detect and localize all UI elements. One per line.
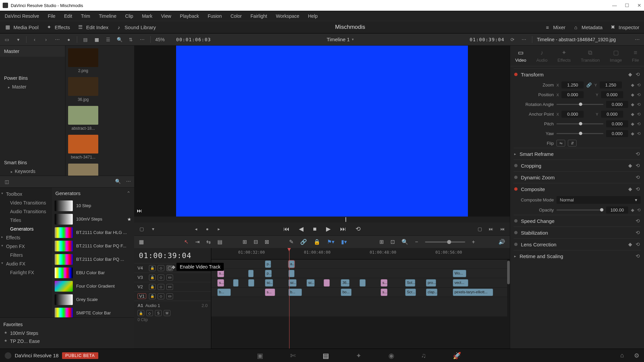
fx-tree-node[interactable]: Video Transitions bbox=[0, 198, 52, 207]
marker-tool[interactable]: ✎ bbox=[289, 239, 293, 245]
menu-help[interactable]: Help bbox=[308, 13, 318, 19]
viewer-scrubber[interactable] bbox=[134, 217, 510, 223]
record-icon[interactable]: ● bbox=[65, 36, 72, 43]
track-a1[interactable] bbox=[211, 297, 510, 316]
flip-v-button[interactable]: ⇵ bbox=[568, 140, 577, 146]
keyframe-icon[interactable]: ◆ bbox=[631, 131, 634, 136]
generator-item[interactable]: SMPTE Color Bar bbox=[52, 306, 134, 318]
ellipsis-icon[interactable]: ⋯ bbox=[634, 36, 641, 43]
detail-zoom-icon[interactable]: 🔍 bbox=[401, 239, 408, 245]
inspector-tab-effects[interactable]: ✦Effects bbox=[557, 49, 571, 63]
keyframe-icon[interactable]: ◆ bbox=[631, 82, 634, 87]
track-head-v1[interactable]: V1🔒◇▭ bbox=[134, 291, 211, 301]
enable-dot[interactable] bbox=[514, 73, 518, 76]
generator-item[interactable]: Four Color Gradient bbox=[52, 280, 134, 293]
generator-item[interactable]: 10 Step bbox=[52, 199, 134, 213]
menu-timeline[interactable]: Timeline bbox=[99, 13, 116, 19]
shelf-metadata[interactable]: ⌂Metadata bbox=[573, 24, 603, 30]
timeline-clip[interactable]: Sol... bbox=[405, 279, 415, 287]
fx-panel-toggle-icon[interactable]: ◫ bbox=[3, 178, 10, 185]
reset-icon[interactable]: ⟲ bbox=[636, 71, 640, 77]
retime-header[interactable]: ▸Retime and Scaling⟲ bbox=[514, 250, 641, 262]
lock-icon[interactable]: 🔒 bbox=[149, 265, 156, 271]
chevron-down-icon[interactable]: ▾ bbox=[15, 36, 21, 43]
menu-fairlight[interactable]: Fairlight bbox=[251, 13, 267, 19]
reset-icon[interactable]: ⟲ bbox=[636, 241, 640, 247]
media-item[interactable]: beach-3471... bbox=[68, 135, 98, 160]
generator-item[interactable]: BT.2111 Color Bar PQ F... bbox=[52, 239, 134, 253]
keyframe-icon[interactable]: ◆ bbox=[631, 121, 634, 126]
keyframe-icon[interactable]: ◆ bbox=[628, 241, 632, 247]
zoom-thumb[interactable] bbox=[447, 240, 451, 244]
link-icon[interactable]: 🔗 bbox=[586, 82, 592, 87]
menu-file[interactable]: File bbox=[48, 13, 55, 19]
inspector-tab-video[interactable]: ▭Video bbox=[515, 49, 526, 63]
menu-mark[interactable]: Mark bbox=[142, 13, 152, 19]
lock-icon[interactable]: 🔒 bbox=[149, 275, 156, 281]
trim-tool[interactable]: ⇥ bbox=[195, 239, 200, 245]
track-v3[interactable]: s...p...Wo... bbox=[211, 269, 510, 278]
bin-view-icon[interactable]: ▭ bbox=[3, 36, 10, 43]
insert-clip-icon[interactable]: ⊞ bbox=[243, 239, 247, 245]
timeline-clip[interactable]: sc... bbox=[288, 279, 297, 287]
ellipsis-icon[interactable]: ⋯ bbox=[54, 36, 61, 43]
solo-button[interactable]: S bbox=[155, 310, 162, 316]
timeline-clip[interactable]: s... bbox=[265, 289, 275, 296]
fx-tree-node[interactable]: Effects bbox=[0, 233, 52, 242]
reset-icon[interactable]: ⟲ bbox=[636, 174, 640, 180]
reset-icon[interactable]: ⟲ bbox=[636, 218, 640, 224]
smart-bins-header[interactable]: Smart Bins bbox=[0, 158, 65, 167]
inspector-tab-image[interactable]: ▢Image bbox=[610, 49, 622, 63]
anchor-y-input[interactable] bbox=[601, 111, 623, 118]
fx-tree-node[interactable]: Generators bbox=[0, 225, 52, 233]
smart-reframe-header[interactable]: ▸Smart Reframe⟲ bbox=[514, 148, 641, 160]
timeline-clip[interactable]: sc... bbox=[307, 279, 315, 287]
fx-tree-node[interactable]: Filters bbox=[0, 251, 52, 259]
search-icon[interactable]: 🔍 bbox=[115, 179, 121, 184]
timeline-clip[interactable]: pexels-taryn-elliott... bbox=[453, 289, 493, 296]
keyframe-icon[interactable]: ◆ bbox=[628, 186, 632, 192]
prev-frame-button[interactable]: ◀ bbox=[299, 225, 304, 233]
replace-clip-icon[interactable]: ⊠ bbox=[265, 239, 269, 245]
keyframe-icon[interactable]: ◆ bbox=[628, 71, 632, 77]
media-item[interactable]: 2.png bbox=[68, 48, 98, 73]
menu-workspace[interactable]: Workspace bbox=[276, 13, 299, 19]
zoom-to-fit-icon[interactable]: ⊡ bbox=[390, 239, 395, 245]
reset-icon[interactable]: ⟲ bbox=[637, 102, 641, 107]
menu-playback[interactable]: Playback bbox=[180, 13, 199, 19]
menu-view[interactable]: View bbox=[161, 13, 171, 19]
reset-icon[interactable]: ⟲ bbox=[636, 163, 640, 169]
zoom-slider[interactable] bbox=[425, 241, 465, 243]
timeline-clip[interactable] bbox=[360, 279, 366, 287]
pos-x-input[interactable] bbox=[561, 91, 584, 98]
shelf-edit-index[interactable]: ☰Edit Index bbox=[77, 24, 109, 30]
ellipsis-icon[interactable]: ⋯ bbox=[126, 179, 131, 184]
reset-icon[interactable]: ⟲ bbox=[637, 207, 641, 213]
enable-dot[interactable] bbox=[514, 231, 518, 234]
view-grid-icon[interactable]: ▦ bbox=[93, 36, 100, 43]
audio-icon[interactable]: 🔊 bbox=[498, 239, 505, 245]
blade-tool[interactable]: ▤ bbox=[217, 239, 222, 245]
yaw-slider[interactable] bbox=[556, 133, 603, 134]
generator-item[interactable]: EBU Color Bar bbox=[52, 266, 134, 280]
snap-icon[interactable]: ⊞ bbox=[379, 239, 384, 245]
sort-icon[interactable]: ⇅ bbox=[127, 36, 134, 43]
fx-tree-node[interactable]: Titles bbox=[0, 216, 52, 225]
first-frame-button[interactable]: ⏮ bbox=[283, 226, 289, 233]
scrollbar-thumb[interactable] bbox=[507, 261, 510, 284]
keyframe-icon[interactable]: ◆ bbox=[631, 102, 634, 107]
settings-icon[interactable]: ⚙ bbox=[634, 352, 639, 359]
master-bin-header[interactable]: Master bbox=[0, 46, 65, 57]
page-media[interactable]: ▣ bbox=[257, 352, 263, 360]
media-item[interactable]: abstract-18... bbox=[68, 106, 98, 131]
timeline-options-icon[interactable]: ▦ bbox=[139, 239, 144, 245]
ellipsis-icon[interactable]: ⋯ bbox=[521, 36, 527, 43]
generator-item[interactable]: BT.2111 Color Bar HLG ... bbox=[52, 226, 134, 239]
overwrite-icon[interactable]: ⏮ bbox=[499, 226, 506, 232]
media-item[interactable]: 36.jpg bbox=[68, 77, 98, 102]
timeline-clip[interactable]: Wo... bbox=[453, 270, 466, 277]
generator-item[interactable]: Grey Scale bbox=[52, 293, 134, 306]
home-icon[interactable]: ⌂ bbox=[620, 352, 624, 359]
cropping-header[interactable]: Cropping◆⟲ bbox=[514, 160, 641, 171]
page-cut[interactable]: ✄ bbox=[290, 352, 296, 360]
